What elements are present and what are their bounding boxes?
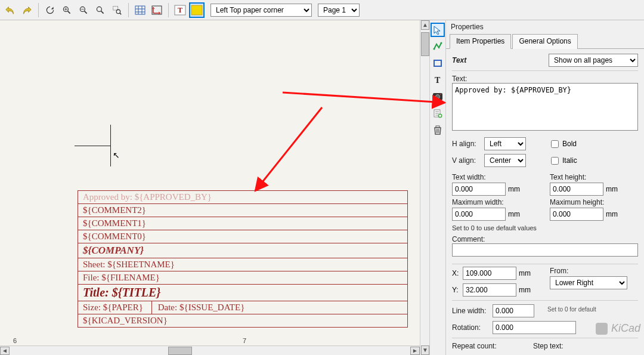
text-height-input[interactable] [550, 183, 603, 196]
select-tool[interactable] [431, 23, 445, 37]
section-text-heading: Text [452, 56, 466, 64]
svg-point-27 [440, 94, 441, 95]
delete-tool[interactable] [431, 123, 445, 137]
max-width-label: Maximum width: [452, 198, 540, 206]
halign-dropdown[interactable]: Left [484, 137, 526, 150]
rectangle-tool[interactable] [431, 56, 445, 70]
polyline-tool[interactable] [431, 39, 445, 54]
tb-company[interactable]: ${COMPANY} [78, 243, 408, 258]
image-tool[interactable] [431, 89, 445, 104]
svg-rect-30 [436, 126, 439, 128]
tb-approved-by[interactable]: Approved by: ${APPROVED_BY} [78, 190, 408, 203]
scroll-thumb[interactable] [421, 32, 429, 56]
title-block[interactable]: Approved by: ${APPROVED_BY} ${COMMENT2} … [78, 190, 408, 328]
max-width-input[interactable] [452, 208, 506, 221]
tb-file[interactable]: File: ${FILENAME} [78, 271, 408, 284]
separator [38, 3, 39, 17]
origin-button[interactable] [149, 2, 165, 18]
scroll-right-icon[interactable]: ► [410, 347, 420, 355]
zoom-out-button[interactable] [76, 2, 91, 18]
properties-panel: Properties Item Properties General Optio… [446, 20, 644, 355]
properties-body: Text Show on all pages Text: H align: Le… [446, 49, 644, 355]
vertical-scrollbar[interactable]: ▲ ▼ [420, 20, 429, 355]
cursor-icon: ↖ [113, 150, 120, 160]
watermark-icon [596, 323, 608, 335]
rotation-input[interactable] [493, 321, 576, 334]
tab-general-options[interactable]: General Options [512, 34, 577, 49]
svg-line-1 [68, 11, 70, 13]
italic-checkbox[interactable] [551, 157, 559, 165]
comment-label: Comment: [452, 235, 638, 243]
canvas-area[interactable]: ↖ Approved by: ${APPROVED_BY} ${COMMENT2… [0, 20, 420, 355]
svg-line-5 [85, 11, 87, 13]
line-width-input[interactable] [493, 304, 534, 317]
tb-title[interactable]: Title: ${TITLE} [78, 284, 408, 301]
halign-label: H align: [452, 140, 481, 148]
from-dropdown[interactable]: Lower Right [550, 276, 627, 289]
valign-label: V align: [452, 156, 481, 165]
comment-input[interactable] [452, 243, 638, 257]
scroll-left-icon[interactable]: ◄ [0, 347, 10, 355]
tb-date: Date: ${ISSUE_DATE} [151, 301, 251, 314]
max-height-input[interactable] [550, 208, 603, 221]
svg-rect-20 [191, 5, 202, 15]
show-mode-dropdown[interactable]: Show on all pages [549, 54, 638, 67]
scroll-down-icon[interactable]: ▼ [421, 345, 429, 355]
page-dropdown[interactable]: Page 1 [318, 4, 360, 17]
svg-point-22 [441, 42, 442, 44]
horizontal-scrollbar[interactable]: ◄ ► [0, 345, 420, 355]
max-height-label: Maximum height: [550, 198, 638, 206]
tb-size-date[interactable]: Size: ${PAPER} Date: ${ISSUE_DATE} [78, 301, 408, 314]
text-height-label: Text height: [550, 173, 638, 181]
zoom-fit-button[interactable] [92, 2, 108, 18]
tool-strip: T [429, 20, 446, 355]
undo-button[interactable] [2, 2, 18, 18]
svg-rect-9 [113, 6, 118, 10]
svg-text:T: T [178, 6, 182, 14]
grid-button[interactable] [132, 2, 148, 18]
zoom-in-button[interactable] [59, 2, 75, 18]
text-value-textarea[interactable] [452, 83, 638, 131]
append-tool[interactable] [431, 106, 445, 121]
ruler-label-7: 7 [243, 337, 246, 344]
color-mode-button[interactable] [189, 2, 205, 18]
y-label: Y: [452, 286, 460, 294]
tab-item-properties[interactable]: Item Properties [450, 34, 511, 49]
tb-kicad-version[interactable]: ${KICAD_VERSION} [78, 314, 408, 328]
label-text: Text: [452, 75, 638, 83]
scroll-thumb[interactable] [168, 347, 192, 355]
properties-title: Properties [446, 20, 644, 33]
tb-comment0[interactable]: ${COMMENT0} [78, 230, 408, 243]
text-tool[interactable]: T [431, 73, 445, 87]
default-hint: Set to 0 to use default values [452, 224, 638, 231]
svg-line-8 [101, 11, 104, 13]
svg-point-7 [97, 7, 101, 11]
text-mode-button[interactable]: T [172, 2, 188, 18]
svg-point-21 [434, 48, 435, 50]
x-label: X: [452, 269, 460, 277]
refresh-button[interactable] [42, 2, 58, 18]
repeat-label: Repeat count: [452, 342, 530, 350]
tb-sheet[interactable]: Sheet: ${SHEETNAME} [78, 258, 408, 271]
svg-text:T: T [435, 76, 441, 85]
bold-checkbox[interactable] [551, 140, 559, 148]
svg-point-10 [116, 10, 120, 13]
rotation-label: Rotation: [452, 323, 489, 332]
tb-comment1[interactable]: ${COMMENT1} [78, 217, 408, 230]
zoom-selection-button[interactable] [109, 2, 125, 18]
italic-label: Italic [562, 156, 577, 165]
scroll-up-icon[interactable]: ▲ [421, 20, 429, 30]
y-input[interactable] [463, 283, 516, 297]
from-label: From: [550, 267, 638, 275]
valign-dropdown[interactable]: Center [484, 154, 526, 167]
text-width-input[interactable] [452, 183, 506, 196]
tb-comment2[interactable]: ${COMMENT2} [78, 203, 408, 217]
text-width-label: Text width: [452, 173, 540, 181]
tb-size: Size: ${PAPER} [83, 302, 143, 312]
redo-button[interactable] [19, 2, 35, 18]
origin-dropdown[interactable]: Left Top paper corner [210, 4, 312, 17]
x-input[interactable] [463, 267, 516, 280]
svg-line-11 [120, 13, 121, 14]
bold-label: Bold [562, 140, 577, 148]
line-width-label: Line width: [452, 307, 489, 315]
